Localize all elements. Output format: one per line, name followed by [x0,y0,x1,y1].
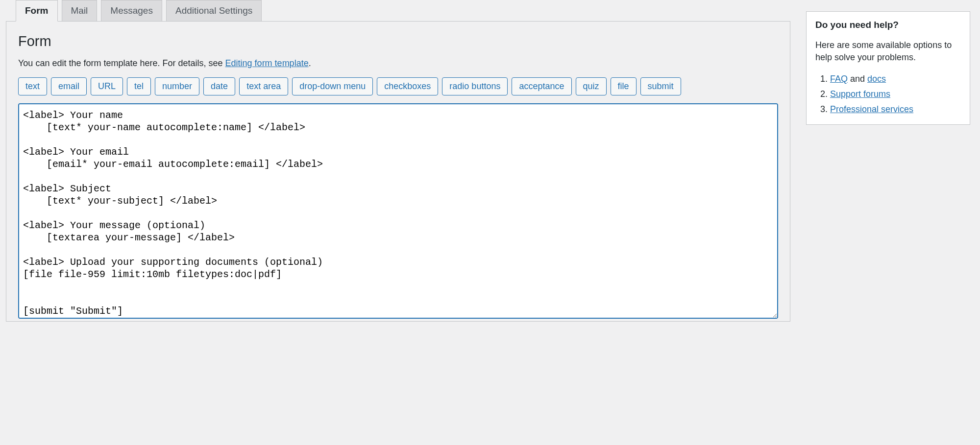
tab-mail[interactable]: Mail [62,0,98,22]
tab-additional-settings[interactable]: Additional Settings [166,0,262,22]
help-link-docs[interactable]: docs [867,74,886,84]
form-panel: Form You can edit the form template here… [6,21,790,322]
form-template-textarea[interactable] [18,103,778,319]
tag-button-submit[interactable]: submit [640,77,681,95]
editing-form-template-link[interactable]: Editing form template [225,58,309,68]
tag-button-date[interactable]: date [203,77,235,95]
help-title: Do you need help? [815,20,961,30]
tag-generator-row: textemailURLtelnumberdatetext areadrop-d… [18,77,778,95]
help-item: Professional services [830,102,961,117]
tag-button-drop-down-menu[interactable]: drop-down menu [292,77,373,95]
tag-button-file[interactable]: file [611,77,637,95]
sidebar-column: Do you need help? Here are some availabl… [806,0,970,322]
help-item-suffix: and [848,74,867,84]
tag-button-email[interactable]: email [51,77,87,95]
tab-messages[interactable]: Messages [101,0,162,22]
help-link-professional-services[interactable]: Professional services [830,104,913,114]
tag-button-checkboxes[interactable]: checkboxes [377,77,438,95]
tag-button-tel[interactable]: tel [127,77,151,95]
tag-button-radio-buttons[interactable]: radio buttons [442,77,508,95]
tag-button-text[interactable]: text [18,77,47,95]
tag-button-url[interactable]: URL [91,77,123,95]
tag-button-number[interactable]: number [155,77,199,95]
help-intro: Here are some available options to help … [815,39,961,64]
help-link-support-forums[interactable]: Support forums [830,89,890,99]
help-link-faq[interactable]: FAQ [830,74,848,84]
panel-description-prefix: You can edit the form template here. For… [18,58,225,68]
panel-title: Form [18,33,778,49]
help-list: FAQ and docsSupport forumsProfessional s… [815,71,961,117]
tabs-row: FormMailMessagesAdditional Settings [0,0,796,21]
tag-button-text-area[interactable]: text area [239,77,288,95]
panel-description-suffix: . [309,58,311,68]
tag-button-acceptance[interactable]: acceptance [512,77,571,95]
tag-button-quiz[interactable]: quiz [576,77,607,95]
help-item: FAQ and docs [830,71,961,87]
panel-description: You can edit the form template here. For… [18,58,778,69]
tab-form[interactable]: Form [16,0,58,22]
help-box: Do you need help? Here are some availabl… [806,11,970,125]
layout: FormMailMessagesAdditional Settings Form… [0,0,980,322]
main-column: FormMailMessagesAdditional Settings Form… [0,0,796,322]
help-item: Support forums [830,87,961,102]
